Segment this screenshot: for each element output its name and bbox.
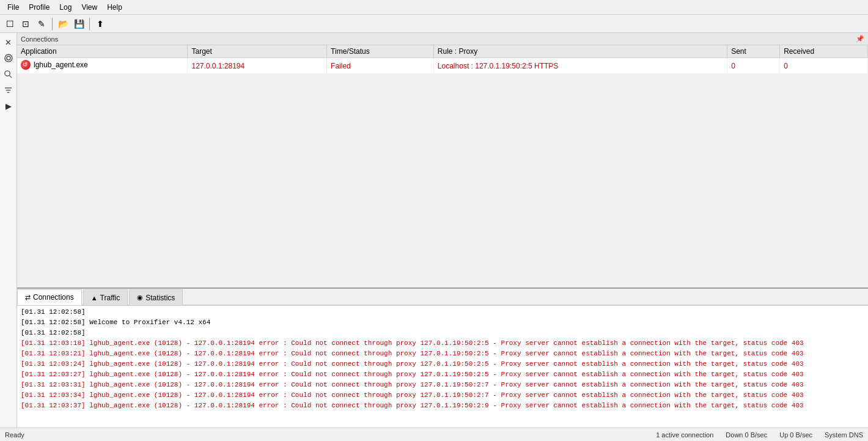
main-area: ✕ ▶ Connections 📌	[0, 33, 868, 428]
col-target: Target	[188, 45, 327, 58]
folder-button[interactable]: 📂	[56, 17, 70, 31]
pin-icon[interactable]: 📌	[856, 35, 864, 43]
menu-log[interactable]: Log	[54, 2, 76, 13]
col-application: Application	[17, 45, 188, 58]
menu-profile[interactable]: Profile	[24, 2, 54, 13]
close-sidebar-btn[interactable]: ✕	[2, 35, 15, 49]
cell-application: lghub_agent.exe	[17, 58, 188, 74]
table-header-row: Application Target Time/Status Rule : Pr…	[17, 45, 868, 58]
status-ready: Ready	[5, 431, 24, 439]
down-speed: Down 0 B/sec	[726, 431, 767, 439]
log-line-4: [01.31 12:03:21] lghub_agent.exe (10128)…	[21, 349, 864, 359]
export-button[interactable]: ⬆	[93, 17, 108, 31]
menu-file[interactable]: File	[2, 2, 24, 13]
connections-panel: Connections 📌 Application Target Time/St…	[17, 33, 868, 288]
connections-titlebar: Connections 📌	[17, 33, 868, 45]
log-panel: [01.31 12:02:58][01.31 12:02:58] Welcome…	[17, 305, 868, 428]
play-sidebar-btn[interactable]: ▶	[2, 99, 15, 113]
open-button[interactable]: ⊡	[18, 17, 33, 31]
toolbar-separator-1	[52, 18, 53, 30]
statistics-tab[interactable]: ◉Statistics	[129, 289, 183, 305]
log-line-3: [01.31 12:03:18] lghub_agent.exe (10128)…	[21, 338, 864, 349]
cell-sent: 0	[727, 58, 780, 74]
log-line-0: [01.31 12:02:58]	[21, 307, 864, 317]
cell-received: 0	[780, 58, 868, 74]
log-line-5: [01.31 12:03:24] lghub_agent.exe (10128)…	[21, 359, 864, 369]
table-row[interactable]: lghub_agent.exe 127.0.0.1:28194 Failed L…	[17, 58, 868, 74]
menubar: File Profile Log View Help	[0, 0, 868, 15]
connections-table: Application Target Time/Status Rule : Pr…	[17, 45, 868, 74]
log-line-9: [01.31 12:03:37] lghub_agent.exe (10128)…	[21, 401, 864, 411]
app-name: lghub_agent.exe	[34, 61, 88, 69]
tab-label-0: Connections	[33, 293, 74, 302]
col-rule-proxy: Rule : Proxy	[433, 45, 727, 58]
toolbar: ☐ ⊡ ✎ 📂 💾 ⬆	[0, 15, 868, 33]
profile-sidebar-btn[interactable]	[2, 51, 15, 65]
tab-icon-2: ◉	[137, 294, 143, 302]
toolbar-separator-2	[89, 18, 90, 30]
edit-button[interactable]: ✎	[34, 17, 49, 31]
tab-label-1: Traffic	[100, 294, 120, 302]
cell-rule-proxy: Localhost : 127.0.1.19:50:2:5 HTTPS	[433, 58, 727, 74]
svg-point-2	[5, 70, 10, 75]
app-icon-wrapper: lghub_agent.exe	[21, 60, 88, 70]
sidebar: ✕ ▶	[0, 33, 17, 428]
table-wrapper: Application Target Time/Status Rule : Pr…	[17, 45, 868, 287]
filter-sidebar-btn[interactable]	[2, 83, 15, 97]
up-speed: Up 0 B/sec	[779, 431, 812, 439]
tab-icon-1: ▲	[91, 294, 98, 302]
log-line-7: [01.31 12:03:31] lghub_agent.exe (10128)…	[21, 380, 864, 390]
cell-status: Failed	[327, 58, 434, 74]
col-received: Received	[780, 45, 868, 58]
svg-point-0	[5, 54, 12, 62]
statusbar-right: 1 active connection Down 0 B/sec Up 0 B/…	[656, 431, 863, 439]
svg-point-1	[7, 56, 10, 60]
connections-tab[interactable]: ⇄Connections	[17, 289, 82, 305]
menu-view[interactable]: View	[76, 2, 102, 13]
cell-target: 127.0.0.1:28194	[188, 58, 327, 74]
menu-help[interactable]: Help	[102, 2, 127, 13]
app-icon-img	[21, 60, 31, 70]
log-line-1: [01.31 12:02:58] Welcome to Proxifier v4…	[21, 317, 864, 328]
tab-label-2: Statistics	[145, 294, 175, 302]
connections-title: Connections	[21, 35, 58, 43]
new-doc-button[interactable]: ☐	[2, 17, 17, 31]
active-connections: 1 active connection	[656, 431, 713, 439]
col-sent: Sent	[727, 45, 780, 58]
log-line-6: [01.31 12:03:27] lghub_agent.exe (10128)…	[21, 369, 864, 380]
content-area: Connections 📌 Application Target Time/St…	[17, 33, 868, 428]
svg-line-3	[9, 75, 12, 78]
search-sidebar-btn[interactable]	[2, 67, 15, 81]
col-time-status: Time/Status	[327, 45, 434, 58]
traffic-tab[interactable]: ▲Traffic	[83, 289, 128, 305]
tab-icon-0: ⇄	[25, 294, 31, 302]
dns-status: System DNS	[825, 431, 863, 439]
save-button[interactable]: 💾	[72, 17, 86, 31]
log-line-8: [01.31 12:03:34] lghub_agent.exe (10128)…	[21, 390, 864, 401]
statusbar: Ready 1 active connection Down 0 B/sec U…	[0, 428, 868, 441]
log-line-2: [01.31 12:02:58]	[21, 328, 864, 338]
tabs-bar: ⇄Connections▲Traffic◉Statistics	[17, 288, 868, 305]
